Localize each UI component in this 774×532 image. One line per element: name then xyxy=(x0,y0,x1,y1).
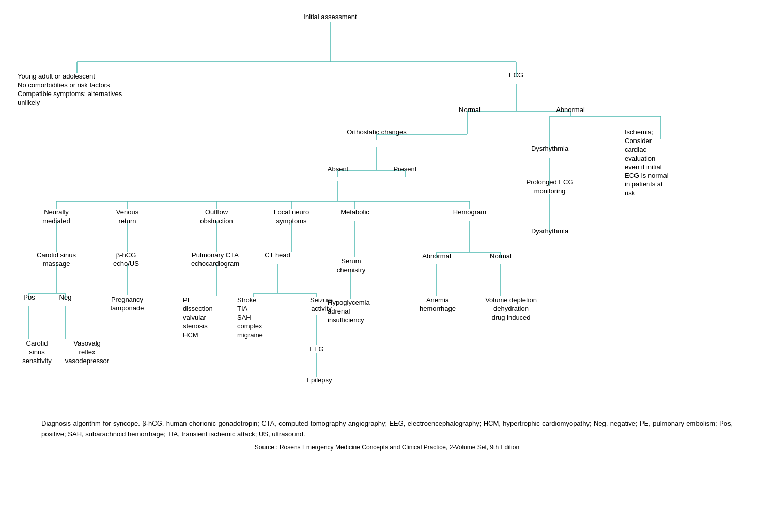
node-normal-hem: Normal xyxy=(483,252,519,261)
node-vasovalg: Vasovalgreflexvasodepressor xyxy=(57,339,117,366)
node-pos: Pos xyxy=(18,293,41,302)
node-serum: Serumchemistry xyxy=(329,257,373,275)
diagram-area: Initial assessment Young adult or adoles… xyxy=(15,10,759,403)
connector-lines xyxy=(15,10,759,403)
node-absent: Absent xyxy=(320,165,356,174)
node-ischemia: Ischemia;Considercardiacevaluationeven i… xyxy=(625,128,697,198)
node-present: Present xyxy=(387,165,423,174)
node-orthostatic: Orthostatic changes xyxy=(330,128,423,137)
node-ct-head: CT head xyxy=(257,251,298,260)
node-anemia: Anemiahemorrhage xyxy=(412,296,463,314)
node-neg: Neg xyxy=(54,293,77,302)
node-volume: Volume depletiondehydrationdrug induced xyxy=(470,296,552,322)
node-metabolic: Metabolic xyxy=(332,208,378,217)
node-stroke: StrokeTIASAHcomplexmigraine xyxy=(237,296,289,339)
caption-area: Diagnosis algorithm for syncope. β-hCG, … xyxy=(10,413,764,458)
node-epilepsy: Epilepsy xyxy=(299,376,340,385)
node-pe: PEdissectionvalvularstenosisHCM xyxy=(183,296,240,339)
node-dysrhythmia-bot: Dysrhythmia xyxy=(516,227,583,236)
node-ecg: ECG xyxy=(496,71,537,80)
node-hemogram: Hemogram xyxy=(444,208,496,217)
source-text: Source : Rosens Emergency Medicine Conce… xyxy=(41,443,733,452)
node-carotid-sens: Carotidsinussensitivity xyxy=(15,339,59,366)
node-young-adult: Young adult or adolescentNo comorbiditie… xyxy=(18,72,142,107)
caption-text: Diagnosis algorithm for syncope. β-hCG, … xyxy=(41,418,733,440)
node-bhcg: β-hCGecho/US xyxy=(103,251,149,269)
node-pregnancy: Pregnancytamponade xyxy=(99,295,156,313)
node-neurally: Neurallymediated xyxy=(33,208,80,226)
node-hypoglycemia: Hypoglycemiaadrenalinsufficiency xyxy=(328,299,384,325)
node-outflow: Outflowobstruction xyxy=(185,208,247,226)
node-dysrhythmia-top: Dysrhythmia xyxy=(516,145,583,153)
node-abnormal: Abnormal xyxy=(416,252,457,261)
node-ecg-abnormal: Abnormal xyxy=(547,106,594,115)
node-focal: Focal neurosymptoms xyxy=(263,208,320,226)
node-carotid-massage: Carotid sinusmassage xyxy=(25,251,87,269)
node-pulmonary-cta: Pulmonary CTAechocardiogram xyxy=(178,251,253,269)
node-venous: Venousreturn xyxy=(105,208,149,226)
node-eeg: EEG xyxy=(301,345,332,354)
node-prolonged-ecg: Prolonged ECGmonitoring xyxy=(511,178,589,196)
node-ecg-normal: Normal xyxy=(449,106,490,115)
node-initial-assessment: Initial assessment xyxy=(289,13,371,22)
